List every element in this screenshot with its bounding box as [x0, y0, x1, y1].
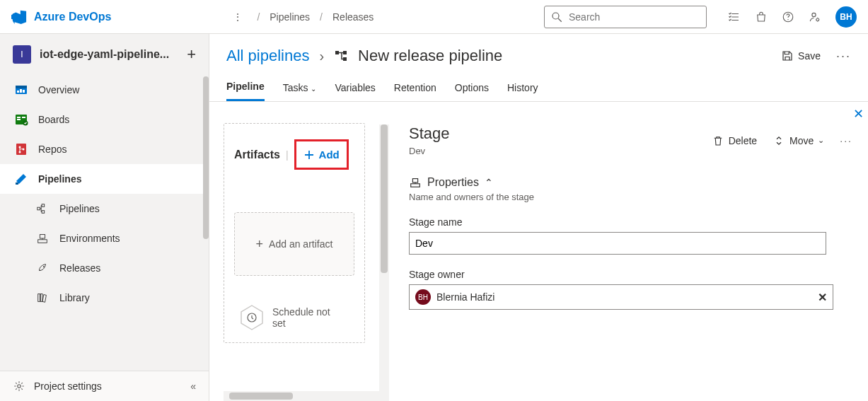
divider: |	[286, 149, 289, 161]
nav-pipelines[interactable]: Pipelines	[0, 164, 209, 194]
nav-label: Environments	[59, 233, 120, 244]
plus-icon: +	[256, 237, 264, 252]
help-icon[interactable]	[782, 11, 794, 23]
clear-owner-icon[interactable]: ✕	[818, 291, 827, 304]
nav-releases[interactable]: Releases	[0, 253, 209, 283]
add-project-icon[interactable]: +	[187, 45, 196, 64]
delete-button[interactable]: Delete	[712, 134, 757, 147]
nav-pipelines-sub[interactable]: Pipelines	[0, 194, 209, 223]
svg-rect-13	[17, 119, 21, 120]
user-avatar[interactable]: BH	[835, 6, 857, 28]
svg-rect-8	[17, 91, 19, 93]
project-settings-label: Project settings	[34, 380, 102, 392]
move-label: Move	[789, 135, 814, 146]
schedule-hex	[240, 304, 264, 331]
stage-name-input[interactable]	[409, 232, 826, 255]
scrollbar[interactable]	[203, 76, 209, 239]
svg-rect-14	[22, 117, 25, 118]
brand-area[interactable]: Azure DevOps	[11, 9, 111, 25]
top-more-icon[interactable]: ⋮	[227, 11, 248, 23]
svg-point-26	[43, 266, 45, 267]
user-settings-icon[interactable]	[809, 11, 821, 23]
tab-retention[interactable]: Retention	[394, 74, 436, 100]
svg-rect-24	[38, 240, 47, 243]
nav-label: Boards	[38, 114, 69, 125]
artifacts-box: Artifacts | Add + Add an artifact	[224, 123, 365, 343]
overview-icon	[14, 83, 28, 97]
nav-repos[interactable]: Repos	[0, 134, 209, 164]
svg-point-3	[787, 19, 788, 20]
stage-owner-label: Stage owner	[409, 269, 852, 280]
properties-header[interactable]: Properties ⌃	[409, 176, 852, 189]
plus-icon	[303, 149, 315, 161]
properties-icon	[409, 176, 422, 189]
search-input[interactable]	[569, 11, 700, 23]
header-more-icon[interactable]: ···	[836, 49, 851, 64]
boards-icon	[14, 112, 28, 127]
breadcrumb-releases[interactable]: Releases	[332, 11, 374, 23]
add-artifact-button[interactable]: Add	[294, 139, 349, 170]
releases-icon	[36, 262, 49, 274]
tab-tasks-label: Tasks	[283, 82, 308, 93]
svg-rect-31	[343, 51, 347, 54]
nav-label: Pipelines	[38, 173, 81, 185]
list-icon[interactable]	[728, 11, 741, 23]
nav-library[interactable]: Library	[0, 283, 209, 313]
move-icon	[772, 134, 785, 147]
tab-options[interactable]: Options	[455, 74, 489, 100]
nav-environments[interactable]: Environments	[0, 223, 209, 253]
search-box[interactable]	[544, 6, 707, 28]
tab-row: Pipeline Tasks⌄ Variables Retention Opti…	[209, 72, 868, 102]
canvas-scrollbar[interactable]	[379, 124, 389, 401]
chevron-right-icon: ›	[319, 48, 324, 64]
tab-variables[interactable]: Variables	[335, 74, 375, 100]
panel-more-icon[interactable]: ···	[840, 135, 852, 146]
breadcrumb-pipelines[interactable]: Pipelines	[270, 11, 310, 23]
azure-devops-logo-icon	[11, 9, 27, 25]
stage-owner-input[interactable]: BH Blernia Hafizi ✕	[409, 284, 833, 310]
environments-icon	[36, 232, 49, 245]
project-header[interactable]: I iot-edge-yaml-pipeline... +	[0, 34, 209, 75]
svg-rect-32	[343, 57, 347, 61]
nav-boards[interactable]: Boards	[0, 105, 209, 134]
panel-actions: Delete Move ⌄ ···	[712, 134, 852, 147]
save-button[interactable]: Save	[781, 50, 821, 62]
pipelines-icon	[14, 172, 28, 186]
all-pipelines-link[interactable]: All pipelines	[226, 47, 309, 65]
svg-rect-10	[23, 90, 25, 93]
pipelines-sub-icon	[36, 202, 49, 215]
top-breadcrumb: / Pipelines / Releases	[257, 11, 374, 23]
tab-pipeline[interactable]: Pipeline	[226, 72, 265, 101]
svg-rect-30	[335, 51, 339, 54]
shopping-bag-icon[interactable]	[755, 11, 768, 23]
repos-icon	[14, 142, 28, 156]
schedule-row[interactable]: Schedule not set	[234, 304, 354, 331]
header-actions: Save ···	[781, 49, 851, 64]
stage-name-label: Stage name	[409, 216, 852, 228]
tab-tasks[interactable]: Tasks⌄	[283, 74, 317, 100]
properties-label: Properties	[427, 176, 479, 189]
canvas-h-scrollbar[interactable]	[224, 391, 389, 401]
sidebar-footer[interactable]: Project settings «	[0, 371, 209, 401]
close-panel-icon[interactable]: ✕	[853, 106, 864, 122]
svg-rect-21	[37, 207, 40, 210]
owner-avatar: BH	[415, 289, 431, 305]
svg-rect-7	[16, 86, 27, 88]
project-name: iot-edge-yaml-pipeline...	[40, 48, 178, 61]
add-artifact-tile-label: Add an artifact	[269, 238, 332, 250]
canvas-column: Artifacts | Add + Add an artifact	[209, 102, 389, 401]
clock-icon	[246, 312, 257, 323]
add-artifact-tile[interactable]: + Add an artifact	[234, 212, 354, 276]
nav-label: Library	[59, 292, 90, 303]
library-icon	[36, 291, 49, 304]
top-bar: Azure DevOps ⋮ / Pipelines / Releases BH	[0, 0, 868, 34]
breadcrumb-sep: /	[320, 11, 323, 23]
save-label: Save	[798, 50, 821, 62]
nav-overview[interactable]: Overview	[0, 75, 209, 105]
gear-icon	[13, 380, 25, 393]
tab-history[interactable]: History	[507, 74, 538, 100]
panel-title: Stage	[409, 124, 450, 143]
move-button[interactable]: Move ⌄	[772, 134, 824, 147]
delete-label: Delete	[729, 135, 757, 146]
collapse-sidebar-icon[interactable]: «	[190, 380, 196, 392]
